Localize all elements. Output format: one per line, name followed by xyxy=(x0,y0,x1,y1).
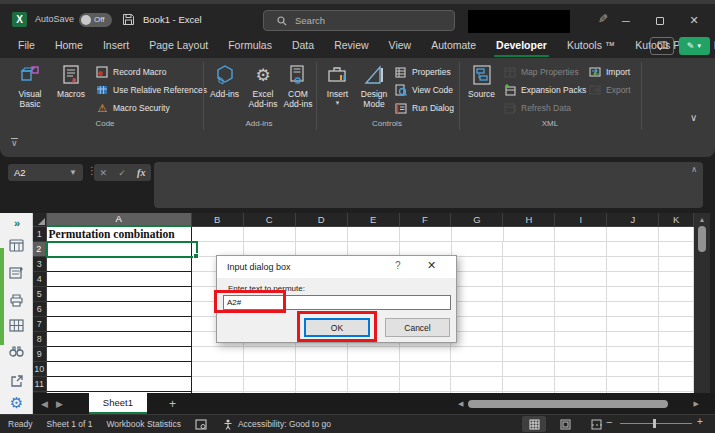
tab-insert[interactable]: Insert xyxy=(93,33,139,58)
cell-b10[interactable] xyxy=(192,362,244,377)
tab-file[interactable]: File xyxy=(8,33,45,58)
macro-security-button[interactable]: ⚠ Macro Security xyxy=(96,101,170,115)
view-code-button[interactable]: View Code xyxy=(395,83,453,97)
autosave-toggle[interactable]: Off xyxy=(79,13,112,27)
design-mode-button[interactable]: Design Mode xyxy=(356,62,392,110)
cell-k1[interactable] xyxy=(659,227,694,242)
column-header-i[interactable]: I xyxy=(555,213,607,227)
cell-h11[interactable] xyxy=(503,377,555,392)
cell-i4[interactable] xyxy=(555,272,607,287)
cell-a6[interactable] xyxy=(47,302,192,317)
row-header-2[interactable]: 2 xyxy=(33,242,47,257)
maximize-button[interactable] xyxy=(646,8,674,33)
cell-c9[interactable] xyxy=(244,347,296,362)
accessibility-status[interactable]: Accessibility: Good to go xyxy=(238,419,331,429)
add-ins-button[interactable]: Add-ins xyxy=(206,62,243,100)
cell-d9[interactable] xyxy=(296,347,348,362)
cell-a4[interactable] xyxy=(47,272,192,287)
cell-a5[interactable] xyxy=(47,287,192,302)
binoculars-icon[interactable] xyxy=(0,345,33,357)
cell-d1[interactable] xyxy=(296,227,348,242)
cell-e10[interactable] xyxy=(348,362,400,377)
normal-view-button[interactable] xyxy=(522,416,546,432)
zoom-slider-thumb[interactable] xyxy=(653,419,656,428)
scroll-left-icon[interactable]: ◀ xyxy=(455,400,466,408)
cell-g9[interactable] xyxy=(451,347,503,362)
cell-i9[interactable] xyxy=(555,347,607,362)
enter-entry-icon[interactable]: ✓ xyxy=(118,168,126,178)
zoom-in-button[interactable]: + xyxy=(697,416,703,427)
tab-data[interactable]: Data xyxy=(282,33,324,58)
ok-button[interactable]: OK xyxy=(304,318,370,337)
row-header-8[interactable]: 8 xyxy=(33,332,47,347)
com-add-ins-button[interactable]: ⚙ COM Add-ins xyxy=(281,62,315,110)
insert-control-button[interactable]: Insert ▼ xyxy=(321,62,354,106)
save-icon[interactable] xyxy=(122,13,135,26)
tab-kutools[interactable]: Kutools ™ xyxy=(557,33,625,58)
cell-g10[interactable] xyxy=(451,362,503,377)
macro-record-icon[interactable] xyxy=(195,419,207,430)
cell-k3[interactable] xyxy=(659,257,694,272)
next-sheet-icon[interactable]: ▶ xyxy=(56,399,71,409)
cell-g2[interactable] xyxy=(452,242,504,257)
cell-b11[interactable] xyxy=(192,377,244,392)
cell-k11[interactable] xyxy=(659,377,694,392)
cell-c10[interactable] xyxy=(244,362,296,377)
row-header-11[interactable]: 11 xyxy=(33,377,47,392)
cell-j11[interactable] xyxy=(607,377,659,392)
properties-button[interactable]: Properties xyxy=(395,65,451,79)
cell-i11[interactable] xyxy=(555,377,607,392)
workbook-statistics-button[interactable]: Workbook Statistics xyxy=(106,419,180,429)
tab-home[interactable]: Home xyxy=(45,33,93,58)
cell-j6[interactable] xyxy=(607,302,659,317)
cancel-entry-icon[interactable]: ✕ xyxy=(100,168,108,178)
cell-d10[interactable] xyxy=(296,362,348,377)
cell-g8[interactable] xyxy=(451,332,503,347)
cell-h8[interactable] xyxy=(503,332,555,347)
comments-button[interactable] xyxy=(650,37,674,55)
cell-j8[interactable] xyxy=(607,332,659,347)
tab-developer[interactable]: Developer xyxy=(486,33,557,58)
zoom-slider-track[interactable] xyxy=(620,423,692,424)
cell-g3[interactable] xyxy=(451,257,503,272)
cancel-button[interactable]: Cancel xyxy=(385,318,450,337)
tab-automate[interactable]: Automate xyxy=(421,33,486,58)
columns-grid-icon[interactable] xyxy=(0,319,33,332)
workbook-pane-icon[interactable] xyxy=(0,239,33,252)
row-header-3[interactable]: 3 xyxy=(33,257,47,272)
cell-a7[interactable] xyxy=(47,317,192,332)
page-break-view-button[interactable] xyxy=(584,416,608,432)
column-header-j[interactable]: J xyxy=(607,213,659,227)
row-header-5[interactable]: 5 xyxy=(33,287,47,302)
column-header-d[interactable]: D xyxy=(296,213,348,227)
scroll-up-icon[interactable]: ▲ xyxy=(694,213,710,223)
page-layout-view-button[interactable] xyxy=(553,416,577,432)
cell-i3[interactable] xyxy=(555,257,607,272)
collapse-formula-bar-icon[interactable]: ∧ xyxy=(691,165,697,174)
horizontal-scrollbar-track[interactable] xyxy=(466,400,690,408)
cell-k2[interactable] xyxy=(659,242,694,257)
column-header-b[interactable]: B xyxy=(192,213,244,227)
visual-basic-button[interactable]: Visual Basic xyxy=(10,62,50,110)
cell-k7[interactable] xyxy=(659,317,694,332)
expansion-packs-button[interactable]: Expansion Packs xyxy=(504,83,586,97)
column-header-f[interactable]: F xyxy=(400,213,452,227)
cell-j1[interactable] xyxy=(607,227,659,242)
dialog-title-bar[interactable]: Input dialog box ? ✕ xyxy=(217,256,456,278)
cell-k9[interactable] xyxy=(659,347,694,362)
cell-g4[interactable] xyxy=(451,272,503,287)
cell-h6[interactable] xyxy=(503,302,555,317)
cell-i6[interactable] xyxy=(555,302,607,317)
vertical-scrollbar-thumb[interactable] xyxy=(698,226,706,252)
zoom-out-button[interactable]: − xyxy=(606,416,612,428)
column-header-k[interactable]: K xyxy=(659,213,694,227)
cell-k4[interactable] xyxy=(659,272,694,287)
cell-j4[interactable] xyxy=(607,272,659,287)
cell-a10[interactable] xyxy=(47,362,192,377)
ribbon-options-chevron-icon[interactable]: ∨ xyxy=(690,112,697,123)
row-header-9[interactable]: 9 xyxy=(33,347,47,362)
cell-h1[interactable] xyxy=(504,227,556,242)
row-header-10[interactable]: 10 xyxy=(33,362,47,377)
external-link-icon[interactable] xyxy=(0,374,33,388)
cell-a11[interactable] xyxy=(47,377,192,392)
